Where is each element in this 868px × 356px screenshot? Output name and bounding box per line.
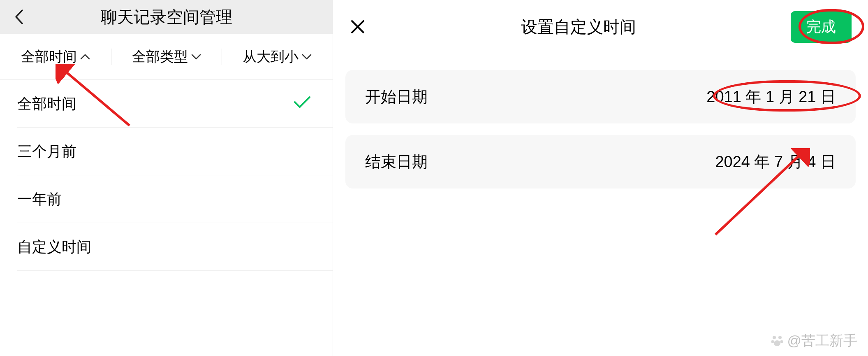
page-title: 聊天记录空间管理: [0, 6, 333, 28]
start-date-label: 开始日期: [365, 86, 428, 107]
filter-tab-time[interactable]: 全部时间: [0, 34, 111, 79]
option-one-year[interactable]: 一年前: [0, 175, 333, 223]
option-label: 三个月前: [17, 142, 76, 162]
filter-bar: 全部时间 全部类型 从大到小: [0, 34, 333, 80]
left-panel: 聊天记录空间管理 全部时间 全部类型 从大到小 全部时间: [0, 0, 333, 356]
back-icon[interactable]: [13, 11, 25, 23]
done-button[interactable]: 完成: [791, 11, 852, 43]
date-rows: 开始日期 2011 年 1 月 21 日 结束日期 2024 年 7 月 4 日: [333, 54, 868, 188]
option-all-time[interactable]: 全部时间: [0, 80, 333, 128]
option-three-months[interactable]: 三个月前: [0, 128, 333, 175]
svg-point-2: [773, 336, 776, 339]
chevron-up-icon: [80, 54, 90, 60]
option-label: 一年前: [17, 189, 62, 209]
modal-title: 设置自定义时间: [366, 16, 791, 38]
chevron-down-icon: [302, 54, 312, 60]
filter-tab-label: 全部类型: [132, 47, 188, 66]
right-panel: 设置自定义时间 完成 开始日期 2011 年 1 月 21 日 结束日期 202…: [333, 0, 868, 356]
start-date-row[interactable]: 开始日期 2011 年 1 月 21 日: [345, 70, 856, 123]
filter-tab-label: 全部时间: [21, 47, 77, 66]
option-label: 自定义时间: [17, 237, 91, 257]
end-date-value: 2024 年 7 月 4 日: [715, 151, 836, 172]
paw-icon: [770, 333, 785, 348]
filter-tab-type[interactable]: 全部类型: [111, 34, 222, 79]
time-option-list: 全部时间 三个月前 一年前 自定义时间: [0, 80, 333, 271]
watermark-text: @苦工新手: [787, 331, 857, 350]
start-date-value: 2011 年 1 月 21 日: [706, 86, 836, 107]
left-header: 聊天记录空间管理: [0, 0, 333, 34]
chevron-down-icon: [191, 54, 201, 60]
svg-point-3: [778, 336, 782, 339]
svg-point-5: [780, 340, 783, 343]
right-header: 设置自定义时间 完成: [333, 0, 868, 54]
end-date-label: 结束日期: [365, 151, 428, 172]
filter-tab-sort[interactable]: 从大到小: [222, 34, 333, 79]
filter-tab-label: 从大到小: [243, 47, 299, 66]
svg-point-6: [774, 340, 780, 346]
check-icon: [293, 95, 311, 113]
option-label: 全部时间: [17, 94, 76, 114]
end-date-row[interactable]: 结束日期 2024 年 7 月 4 日: [345, 135, 856, 188]
option-custom-time[interactable]: 自定义时间: [0, 223, 333, 271]
svg-point-4: [771, 340, 774, 343]
close-icon[interactable]: [350, 19, 366, 35]
watermark: @苦工新手: [770, 331, 857, 350]
